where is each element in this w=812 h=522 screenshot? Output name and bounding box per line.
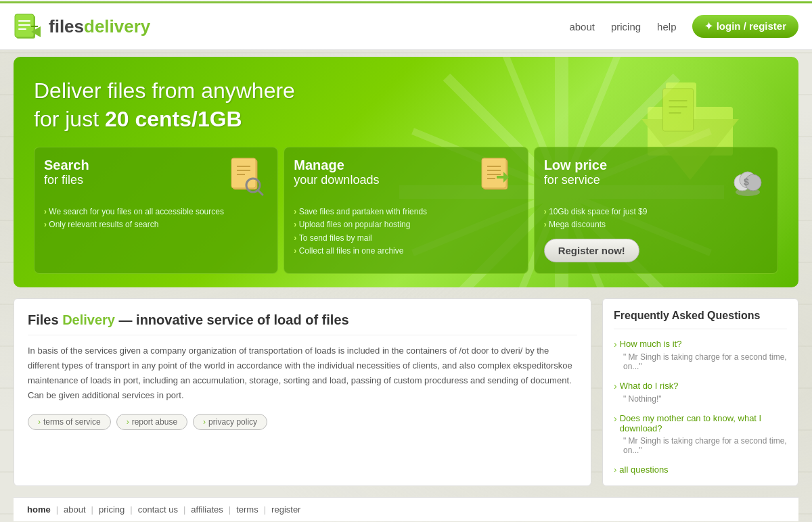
header: filesdelivery about pricing help ✦ login… <box>0 3 812 50</box>
feature-search: Search for files We search for you f <box>34 147 278 273</box>
feature-manage-title: Manage your downloads <box>294 157 379 188</box>
svg-rect-30 <box>482 158 506 188</box>
feature-search-title: Search for files <box>44 157 89 188</box>
main-body-text: In basis of the services given a company… <box>28 343 577 403</box>
footer-nav-contact[interactable]: contact us <box>138 504 178 515</box>
faq-question-2[interactable]: What do I risk? <box>614 381 787 392</box>
faq-question-1[interactable]: How much is it? <box>614 339 787 350</box>
register-now-button[interactable]: Register now! <box>544 239 639 262</box>
feature-search-list: We search for you files on all accessibl… <box>44 206 268 231</box>
svg-line-28 <box>258 190 263 195</box>
logo-link[interactable]: filesdelivery <box>14 11 150 41</box>
faq-panel: Frequently Asked Questions How much is i… <box>602 298 798 486</box>
logo-delivery: delivery <box>84 16 150 37</box>
feature-price-list: 10Gb disk space for just $9 Mega discoun… <box>544 206 768 231</box>
nav-help[interactable]: help <box>657 21 676 32</box>
footer-nav: home | about | pricing | contact us | af… <box>14 497 798 521</box>
faq-answer-3: Mr Singh is taking charge for a second t… <box>614 436 787 455</box>
svg-text:$: $ <box>744 176 749 187</box>
feature-manage-list: Save files and partaken with friends Upl… <box>294 206 518 258</box>
faq-item-2: What do I risk? Nothing!" <box>614 381 787 404</box>
nav-about[interactable]: about <box>569 21 595 32</box>
footer-nav-home[interactable]: home <box>27 504 51 515</box>
main-content: Files Delivery — innovative service of l… <box>14 298 798 486</box>
feature-price: Low price for service $ 10Gb disk space … <box>534 147 778 273</box>
features-container: Search for files We search for you f <box>34 147 778 273</box>
faq-question-3[interactable]: Does my mother can to know, what I downl… <box>614 413 787 433</box>
faq-answer-2: Nothing!" <box>614 394 787 404</box>
main-headline: Files Delivery — innovative service of l… <box>28 312 577 335</box>
faq-item-3: Does my mother can to know, what I downl… <box>614 413 787 455</box>
footer-nav-affiliates[interactable]: affiliates <box>191 504 223 515</box>
feature-manage: Manage your downloads Save files and <box>284 147 528 273</box>
main-nav: about pricing help ✦ login / register <box>569 15 798 38</box>
footer-nav-register[interactable]: register <box>271 504 300 515</box>
footer-nav-pricing[interactable]: pricing <box>99 504 125 515</box>
privacy-link[interactable]: privacy policy <box>193 414 267 430</box>
login-register-button[interactable]: ✦ login / register <box>692 15 798 38</box>
report-abuse-link[interactable]: report abuse <box>116 414 187 430</box>
svg-rect-23 <box>231 158 256 188</box>
content-left: Files Delivery — innovative service of l… <box>14 298 591 486</box>
feature-price-title: Low price for service <box>544 157 607 188</box>
search-files-icon <box>227 157 268 197</box>
terms-link[interactable]: terms of service <box>28 414 111 430</box>
logo-files: files <box>49 16 84 37</box>
logo-icon <box>14 11 43 41</box>
svg-rect-18 <box>663 89 694 131</box>
faq-item-1: How much is it? Mr Singh is taking charg… <box>614 339 787 371</box>
footer-nav-about[interactable]: about <box>64 504 86 515</box>
footer-links: terms of service report abuse privacy po… <box>28 414 577 430</box>
faq-title: Frequently Asked Questions <box>614 310 787 329</box>
faq-answer-1: Mr Singh is taking charge for a second t… <box>614 352 787 371</box>
all-questions-link[interactable]: all questions <box>614 465 787 475</box>
footer-nav-terms[interactable]: terms <box>236 504 258 515</box>
nav-pricing[interactable]: pricing <box>611 21 641 32</box>
manage-downloads-icon <box>478 157 518 197</box>
hero-banner: Deliver files from anywhere for just 20 … <box>14 57 798 287</box>
price-icon: $ <box>727 157 768 197</box>
